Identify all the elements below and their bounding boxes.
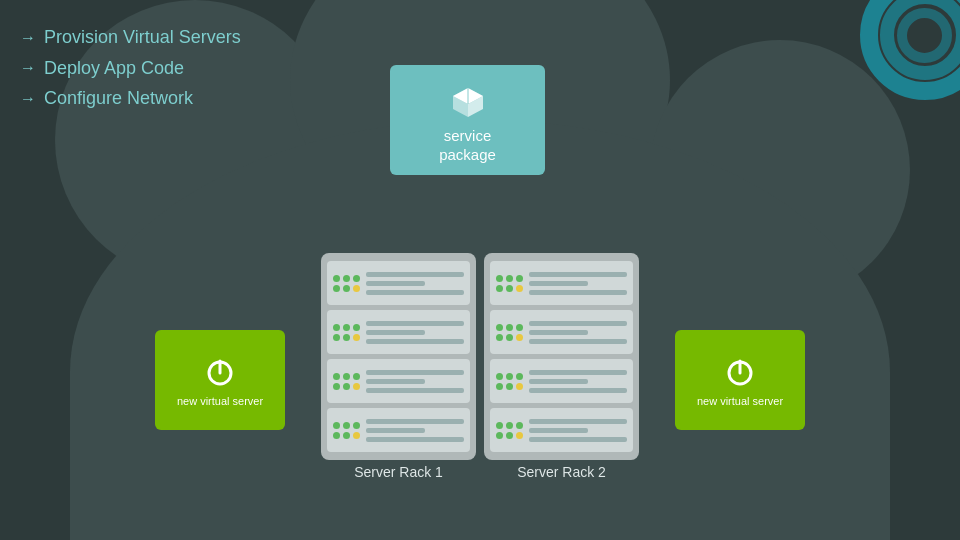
bar: [529, 419, 627, 424]
dot: [353, 275, 360, 282]
server-unit: [490, 359, 633, 403]
bar-short: [366, 330, 425, 335]
server-bars: [529, 321, 627, 344]
bar-short: [529, 330, 588, 335]
rack-1-unit: [321, 253, 476, 460]
rack-2-unit: [484, 253, 639, 460]
bar-short: [529, 281, 588, 286]
dot-yellow: [353, 334, 360, 341]
dot: [353, 373, 360, 380]
bar: [529, 290, 627, 295]
dot: [496, 383, 503, 390]
main-content: → Provision Virtual Servers → Deploy App…: [0, 0, 960, 540]
dot-yellow: [353, 383, 360, 390]
power-icon-right: [722, 353, 758, 389]
bar: [366, 339, 464, 344]
dot: [343, 422, 350, 429]
bar-short: [366, 428, 425, 433]
package-icon: [447, 76, 489, 118]
dot: [506, 373, 513, 380]
dot: [516, 422, 523, 429]
server-unit: [490, 261, 633, 305]
server-dots: [333, 275, 360, 292]
arrow-icon-2: →: [20, 54, 36, 81]
server-dots: [333, 324, 360, 341]
dot: [353, 324, 360, 331]
dot: [496, 422, 503, 429]
dot: [343, 383, 350, 390]
server-bars: [366, 321, 464, 344]
service-package-label: service package: [439, 126, 496, 165]
new-virtual-server-left[interactable]: new virtual server: [155, 330, 285, 430]
dot: [506, 422, 513, 429]
nvs-label-right: new virtual server: [697, 395, 783, 407]
rack-1-label: Server Rack 1: [321, 464, 476, 480]
dot: [333, 373, 340, 380]
dot: [506, 383, 513, 390]
new-virtual-server-right[interactable]: new virtual server: [675, 330, 805, 430]
bar-short: [366, 379, 425, 384]
server-dots: [333, 422, 360, 439]
dot-yellow: [353, 432, 360, 439]
dot: [333, 275, 340, 282]
server-unit: [490, 408, 633, 452]
dot: [343, 432, 350, 439]
dot-yellow: [516, 432, 523, 439]
dot: [496, 432, 503, 439]
racks-container: Server Rack 1: [321, 253, 639, 480]
dot: [496, 275, 503, 282]
arrow-icon: →: [20, 24, 36, 51]
service-package-box: service package: [390, 65, 545, 175]
dot: [333, 383, 340, 390]
server-rack-1: Server Rack 1: [321, 253, 476, 480]
bar: [366, 419, 464, 424]
server-bars: [529, 419, 627, 442]
dot: [516, 373, 523, 380]
bar: [366, 272, 464, 277]
menu-label-configure: Configure Network: [44, 83, 193, 114]
dot-yellow: [516, 285, 523, 292]
menu-label-deploy: Deploy App Code: [44, 53, 184, 84]
dot: [343, 285, 350, 292]
server-dots: [496, 275, 523, 292]
dot: [333, 334, 340, 341]
server-dots: [333, 373, 360, 390]
dot-yellow: [516, 383, 523, 390]
bar: [366, 321, 464, 326]
dot: [343, 275, 350, 282]
server-rack-2: Server Rack 2: [484, 253, 639, 480]
menu-item-deploy[interactable]: → Deploy App Code: [20, 53, 241, 84]
arrow-icon-3: →: [20, 85, 36, 112]
dot: [516, 324, 523, 331]
server-dots: [496, 422, 523, 439]
bar: [529, 321, 627, 326]
server-unit: [327, 310, 470, 354]
bar: [529, 437, 627, 442]
bar-short: [529, 428, 588, 433]
dot: [506, 324, 513, 331]
menu-item-configure[interactable]: → Configure Network: [20, 83, 241, 114]
bar: [366, 370, 464, 375]
dot: [333, 432, 340, 439]
bar-short: [529, 379, 588, 384]
server-bars: [366, 419, 464, 442]
dot: [343, 334, 350, 341]
dot: [333, 422, 340, 429]
server-unit: [327, 359, 470, 403]
server-dots: [496, 324, 523, 341]
dot: [333, 324, 340, 331]
menu-list: → Provision Virtual Servers → Deploy App…: [20, 22, 241, 114]
menu-item-provision[interactable]: → Provision Virtual Servers: [20, 22, 241, 53]
bar: [366, 290, 464, 295]
dot: [506, 432, 513, 439]
dot: [506, 275, 513, 282]
server-bars: [529, 272, 627, 295]
nvs-label-left: new virtual server: [177, 395, 263, 407]
bar: [366, 437, 464, 442]
server-unit: [490, 310, 633, 354]
server-bars: [366, 272, 464, 295]
server-bars: [529, 370, 627, 393]
dot: [506, 285, 513, 292]
server-bars: [366, 370, 464, 393]
bar: [529, 272, 627, 277]
